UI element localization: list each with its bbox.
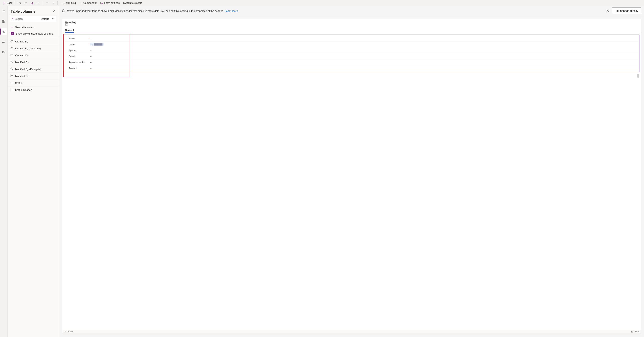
filter-dropdown[interactable]: Default xyxy=(39,15,56,22)
svg-rect-2 xyxy=(38,2,39,4)
column-item[interactable]: Modified On xyxy=(8,72,59,79)
column-type-icon xyxy=(10,88,13,92)
chevron-down-icon xyxy=(52,18,54,20)
panel-title: Table columns xyxy=(11,9,35,14)
search-icon xyxy=(12,17,14,20)
expand-icon[interactable] xyxy=(64,331,66,333)
form-field-label: Form field xyxy=(64,1,76,4)
column-label: Modified By (Delegate) xyxy=(15,68,41,71)
form-status-bar: Active Save xyxy=(62,330,641,333)
switch-classic-label: Switch to classic xyxy=(123,1,142,4)
show-unused-label: Show only unused table columns xyxy=(16,32,53,35)
column-item[interactable]: Created By xyxy=(8,38,59,45)
edit-header-density-button[interactable]: Edit header density xyxy=(612,7,641,14)
new-table-column-button[interactable]: ＋ New table column xyxy=(8,24,59,30)
column-type-icon xyxy=(10,74,13,78)
form-settings-button[interactable]: Form settings xyxy=(98,0,121,5)
field-value: --- xyxy=(90,37,92,40)
owner-chip: ██████ xyxy=(90,43,104,46)
svg-rect-9 xyxy=(3,31,5,32)
svg-rect-15 xyxy=(11,54,13,56)
field-value: --- xyxy=(90,61,92,63)
form-field-row[interactable]: Breed--- xyxy=(65,53,638,59)
redo-button[interactable] xyxy=(23,0,29,5)
column-list: Created ByCreated By (Delegate)Created O… xyxy=(8,38,59,337)
person-icon xyxy=(91,43,93,45)
plus-icon: ＋ xyxy=(11,25,14,29)
more-paste-button[interactable] xyxy=(44,0,50,5)
required-indicator: * xyxy=(88,37,90,40)
form-field-row[interactable]: Owner*██████ xyxy=(65,41,638,47)
search-input-wrapper[interactable] xyxy=(11,15,39,22)
left-rail xyxy=(0,6,8,337)
column-label: Created By xyxy=(15,40,28,43)
rail-components-button[interactable] xyxy=(0,18,7,24)
delete-button[interactable] xyxy=(50,0,56,5)
form-field-row[interactable]: Appointment date--- xyxy=(65,59,638,65)
separator xyxy=(15,1,16,5)
switch-classic-button[interactable]: Switch to classic xyxy=(122,0,144,5)
column-type-icon xyxy=(10,40,13,43)
svg-rect-11 xyxy=(4,51,5,53)
add-component-button[interactable]: Component xyxy=(78,0,98,5)
svg-point-12 xyxy=(12,18,14,19)
search-input[interactable] xyxy=(14,17,38,20)
column-item[interactable]: Modified By (Delegate) xyxy=(8,65,59,72)
status-state: Active xyxy=(68,331,73,333)
svg-rect-19 xyxy=(11,82,13,83)
column-type-icon xyxy=(10,53,13,57)
svg-rect-23 xyxy=(632,331,633,332)
rail-menu-button[interactable] xyxy=(0,8,7,14)
column-item[interactable]: Modified By xyxy=(8,59,59,65)
dismiss-notice-button[interactable] xyxy=(606,9,610,13)
column-item[interactable]: Status xyxy=(8,79,59,86)
undo-button[interactable] xyxy=(16,0,22,5)
field-label: Species xyxy=(69,49,88,51)
column-label: Status xyxy=(15,81,22,84)
close-panel-button[interactable] xyxy=(52,9,56,14)
form-settings-label: Form settings xyxy=(104,1,120,4)
tab-general[interactable]: General xyxy=(65,28,74,33)
command-bar: Back Form field Component Form settings … xyxy=(0,0,644,6)
new-column-label: New table column xyxy=(15,26,35,29)
field-label: Appointment date xyxy=(69,61,88,63)
column-item[interactable]: Created On xyxy=(8,52,59,59)
learn-more-link[interactable]: Learn more xyxy=(225,9,238,12)
paste-button[interactable] xyxy=(36,0,42,5)
column-item[interactable]: Created By (Delegate) xyxy=(8,45,59,52)
form-title: New Pet xyxy=(65,21,638,24)
canvas-area: We've upgraded your form to show a high … xyxy=(59,6,644,337)
add-form-field-button[interactable]: Form field xyxy=(59,0,78,5)
save-icon[interactable] xyxy=(631,331,633,333)
form-field-row[interactable]: Name*--- xyxy=(65,35,638,41)
field-value: --- xyxy=(90,67,92,69)
notice-bar: We've upgraded your form to show a high … xyxy=(59,6,644,16)
cut-button[interactable] xyxy=(29,0,35,5)
svg-rect-10 xyxy=(2,51,4,53)
component-label: Component xyxy=(83,1,96,4)
field-label: Account xyxy=(69,67,88,69)
notice-text: We've upgraded your form to show a high … xyxy=(67,9,602,12)
back-label: Back xyxy=(7,1,12,4)
rail-table-columns-button[interactable] xyxy=(0,28,7,35)
back-button[interactable]: Back xyxy=(1,0,14,5)
column-label: Created By (Delegate) xyxy=(15,47,41,50)
column-item[interactable]: Status Reason xyxy=(8,86,59,93)
form-canvas[interactable]: New Pet Pet General Name*---Owner*██████… xyxy=(62,19,641,334)
table-columns-panel: Table columns Default ＋ New table column… xyxy=(8,6,59,337)
column-type-icon xyxy=(10,81,13,85)
column-type-icon xyxy=(10,67,13,71)
form-field-row[interactable]: Species--- xyxy=(65,47,638,53)
show-unused-checkbox[interactable] xyxy=(11,32,14,35)
column-label: Status Reason xyxy=(15,88,32,91)
form-field-row[interactable]: Account--- xyxy=(65,65,638,71)
rail-library-button[interactable] xyxy=(0,49,7,55)
form-section[interactable]: Name*---Owner*██████Species---Breed---Ap… xyxy=(64,34,640,72)
column-type-icon xyxy=(10,60,13,64)
svg-rect-18 xyxy=(11,75,13,77)
rail-tree-button[interactable] xyxy=(0,39,7,45)
scrollbar[interactable] xyxy=(637,74,639,78)
required-indicator: * xyxy=(88,43,90,46)
info-icon xyxy=(62,9,65,12)
form-entity: Pet xyxy=(65,24,638,26)
